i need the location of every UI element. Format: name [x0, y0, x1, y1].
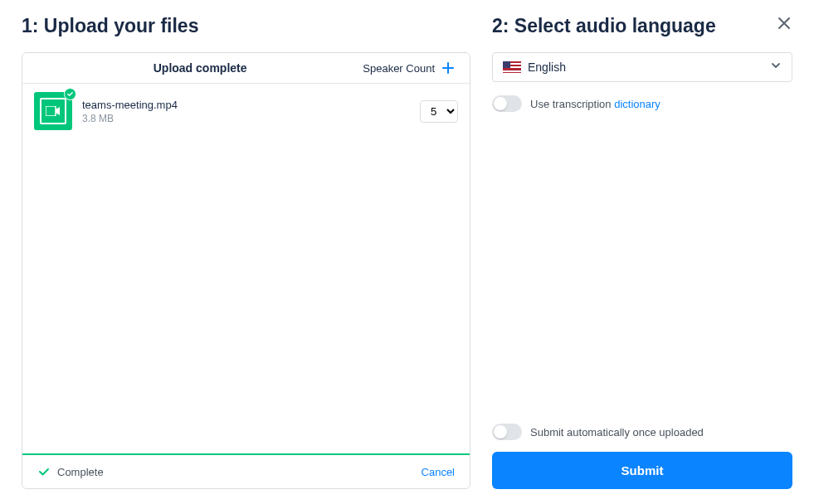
complete-check-icon [37, 465, 51, 478]
speaker-count-label: Speaker Count [363, 62, 435, 75]
cancel-button[interactable]: Cancel [422, 466, 455, 478]
dictionary-link[interactable]: dictionary [614, 98, 660, 110]
flag-us-icon [503, 61, 521, 73]
language-title: 2: Select audio language [492, 15, 792, 37]
file-thumbnail [34, 92, 72, 130]
close-icon [776, 15, 792, 32]
speaker-count-select[interactable]: 5 [420, 100, 458, 123]
language-value: English [528, 61, 770, 74]
file-info: teams-meeting.mp4 3.8 MB [82, 99, 420, 124]
language-pane: 2: Select audio language English Use tra… [492, 15, 792, 489]
upload-pane: 1: Upload your files Upload complete Spe… [22, 15, 470, 489]
chevron-down-icon [770, 60, 782, 75]
auto-submit-toggle[interactable] [492, 424, 522, 440]
upload-success-badge [64, 88, 76, 100]
upload-footer: Complete Cancel [22, 453, 470, 488]
file-size: 3.8 MB [82, 113, 420, 124]
upload-title: 1: Upload your files [22, 15, 470, 37]
check-icon [66, 90, 74, 98]
check-icon [37, 465, 51, 478]
complete-status-text: Complete [57, 466, 422, 478]
close-button[interactable] [776, 15, 792, 35]
toggle-knob [494, 425, 507, 439]
submit-button[interactable]: Submit [492, 452, 792, 489]
upload-status-text: Upload complete [37, 61, 363, 75]
language-select[interactable]: English [492, 52, 792, 82]
dictionary-toggle-row: Use transcription dictionary [492, 95, 792, 112]
add-speaker-button[interactable] [441, 61, 455, 75]
toggle-knob [494, 97, 507, 110]
auto-submit-label: Submit automatically once uploaded [530, 426, 704, 439]
video-icon [46, 106, 61, 116]
upload-panel: Upload complete Speaker Count teams-meet… [22, 52, 470, 489]
file-list: teams-meeting.mp4 3.8 MB 5 [22, 84, 470, 453]
dictionary-label: Use transcription dictionary [530, 98, 660, 110]
auto-submit-toggle-row: Submit automatically once uploaded [492, 424, 792, 440]
file-name: teams-meeting.mp4 [82, 99, 420, 111]
plus-icon [441, 61, 455, 75]
file-row: teams-meeting.mp4 3.8 MB 5 [22, 84, 470, 138]
upload-header: Upload complete Speaker Count [22, 53, 470, 84]
dictionary-toggle[interactable] [492, 95, 522, 112]
svg-rect-0 [46, 106, 56, 116]
